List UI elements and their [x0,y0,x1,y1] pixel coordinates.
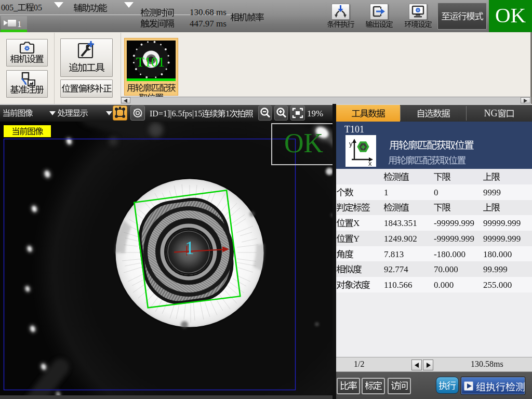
svg-text:x: x [368,159,372,167]
svg-text:y: y [349,140,353,148]
svg-text:1: 1 [185,237,194,258]
